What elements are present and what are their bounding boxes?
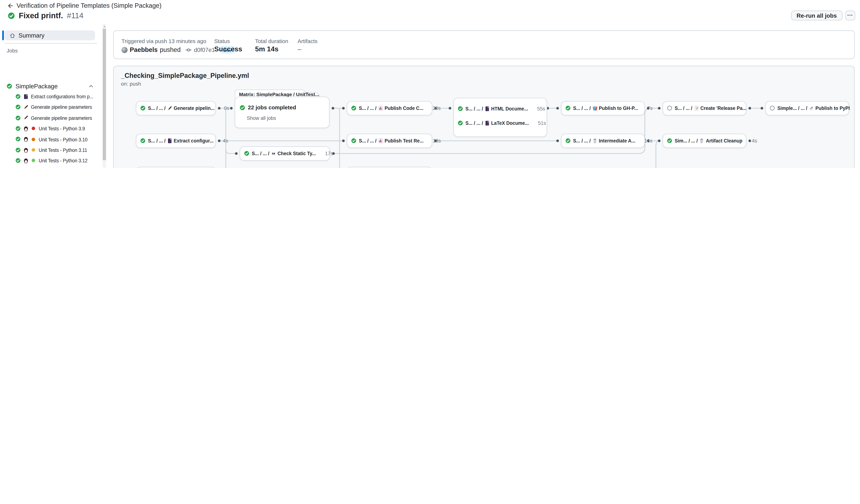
dot-yellow-icon xyxy=(31,147,36,153)
job-list: Extract configurations from p...Generate… xyxy=(0,91,103,168)
penguin-icon xyxy=(23,126,29,131)
sidebar-job-item[interactable]: Unit Tests - Python 3.9 xyxy=(0,123,103,134)
success-icon xyxy=(458,106,463,112)
workflow-run-page: Verification of Pipeline Templates (Simp… xyxy=(0,0,860,168)
penguin-icon xyxy=(23,136,29,142)
docs-group-node: S... / ... / HTML Docume...55s S... / ..… xyxy=(453,98,547,137)
sidebar-job-item[interactable]: Unit Tests - Python 3.11 xyxy=(0,144,103,155)
artifacts-value: – xyxy=(298,45,301,53)
breadcrumb-label[interactable]: Verification of Pipeline Templates (Simp… xyxy=(17,2,161,9)
run-success-icon xyxy=(8,12,15,19)
avatar[interactable] xyxy=(121,47,128,53)
commit-icon xyxy=(186,47,192,53)
success-icon xyxy=(351,106,357,111)
job-label: Generate pipeline parameters xyxy=(31,115,92,121)
root-job-label: SimplePackage xyxy=(15,83,58,89)
success-icon xyxy=(15,126,20,131)
rerun-all-jobs-button[interactable]: Re-run all jobs xyxy=(791,10,842,20)
back-arrow-icon[interactable] xyxy=(7,3,13,9)
success-icon xyxy=(565,138,571,144)
sidebar-item-simplepackage[interactable]: SimplePackage xyxy=(6,80,97,92)
matrix-tab-label: Matrix: SimplePackage / UnitTest... xyxy=(235,90,305,97)
node-label: S... / ... / Extract configur... xyxy=(148,138,213,144)
node-duration: 7s xyxy=(646,105,653,111)
success-icon xyxy=(15,158,20,163)
page-title: Fixed printf. xyxy=(19,11,63,20)
matrix-group-node[interactable]: 22 jobs completed Show all jobs xyxy=(235,97,330,128)
sidebar-job-item[interactable]: Unit Tests - Python 3.12 xyxy=(0,155,103,166)
graph-node-ghp[interactable]: S... / ... / Publish to GH-P...7s xyxy=(561,101,645,115)
dot-orange-icon xyxy=(31,137,36,142)
success-icon xyxy=(565,106,571,111)
success-icon xyxy=(15,147,20,153)
graph-node-pcode[interactable]: S... / ... / Publish Code C...20s xyxy=(347,101,432,115)
show-all-jobs-link[interactable]: Show all jobs xyxy=(247,115,276,121)
chevron-up-icon[interactable] xyxy=(88,83,94,89)
sidebar-job-item[interactable]: Extract configurations from p... xyxy=(0,91,103,102)
trigger-label: Triggered via push 13 minutes ago xyxy=(121,38,206,44)
graph-node-pkg[interactable]: S... / ... / Package in Sou...18s xyxy=(347,167,432,168)
sidebar-job-item[interactable]: Unit Tests - Python 3.13 xyxy=(0,166,103,168)
home-icon xyxy=(9,32,15,39)
job-label: Unit Tests - Python 3.9 xyxy=(39,126,85,132)
artifacts-label: Artifacts xyxy=(298,38,317,44)
workflow-graph-card: _Checking_SimplePackage_Pipeline.yml on:… xyxy=(113,66,855,168)
success-icon xyxy=(140,106,146,111)
scrollbar-thumb[interactable] xyxy=(102,29,106,160)
success-icon xyxy=(15,136,20,142)
graph-node-ac[interactable]: Sim... / ... / Artifact Cleanup4s xyxy=(662,134,746,148)
duration-label: Total duration xyxy=(255,38,288,44)
job-label: Unit Tests - Python 3.11 xyxy=(39,147,87,153)
graph-node-cstatic[interactable]: S... / ... / Check Static Ty...17s xyxy=(240,146,330,161)
graph-node-iac[interactable]: S... / ... / Intermediate A...16s xyxy=(561,134,645,148)
sidebar-scrollbar[interactable] xyxy=(102,24,106,168)
success-icon xyxy=(240,105,245,110)
divider xyxy=(4,43,97,44)
job-label: Unit Tests - Python 3.10 xyxy=(39,136,87,142)
success-icon xyxy=(667,138,672,144)
run-number: #114 xyxy=(67,11,83,20)
duration-value: 5m 14s xyxy=(255,45,278,53)
sidebar-item-summary[interactable]: Summary xyxy=(4,30,95,40)
sidebar-job-item[interactable]: Generate pipeline parameters xyxy=(0,113,103,123)
kebab-icon xyxy=(847,12,853,18)
success-icon xyxy=(244,151,249,156)
success-icon xyxy=(140,138,146,144)
graph-node-gen2[interactable]: S... / ... / Generate pipelin...0s xyxy=(136,167,216,168)
success-icon xyxy=(15,104,20,110)
more-options-button[interactable] xyxy=(845,10,855,20)
node-duration: 17s xyxy=(323,151,333,156)
sidebar-job-item[interactable]: Generate pipeline parameters xyxy=(0,102,103,113)
graph-node-html[interactable]: S... / ... / HTML Docume...55s xyxy=(454,102,547,116)
penguin-icon xyxy=(23,147,29,153)
book-icon xyxy=(23,94,29,99)
topbar: Verification of Pipeline Templates (Simp… xyxy=(0,0,860,24)
node-label: S... / ... / Publish Test Re... xyxy=(359,138,424,144)
graph-node-extract[interactable]: S... / ... / Extract configur...4s xyxy=(136,134,216,148)
status-label: Status xyxy=(214,38,230,44)
commit-sha[interactable]: d0f07e1 xyxy=(194,46,215,53)
graph-node-gen1[interactable]: S... / ... / Generate pipelin...0s xyxy=(136,101,216,115)
node-duration: 0s xyxy=(222,105,229,111)
graph-node-rel[interactable]: S... / ... / Create 'Release Pa... xyxy=(662,101,746,115)
graph-node-pypi[interactable]: Simple... / ... / Publish to PyPI xyxy=(765,101,849,115)
sidebar-job-item[interactable]: Unit Tests - Python 3.10 xyxy=(0,134,103,144)
pencil-icon xyxy=(23,115,29,120)
breadcrumb[interactable]: Verification of Pipeline Templates (Simp… xyxy=(7,2,161,9)
job-label: Unit Tests - Python 3.12 xyxy=(39,158,87,164)
node-duration: 13s xyxy=(431,138,441,144)
node-duration: 51s xyxy=(536,120,546,126)
node-duration: 20s xyxy=(431,105,441,111)
job-label: Generate pipeline parameters xyxy=(31,104,92,110)
graph-node-ptest[interactable]: S... / ... / Publish Test Re...13s xyxy=(347,134,432,148)
pencil-icon xyxy=(23,104,29,110)
success-icon xyxy=(6,83,12,89)
success-icon xyxy=(351,138,357,144)
node-duration: 4s xyxy=(750,138,757,144)
success-icon xyxy=(15,94,20,99)
active-indicator xyxy=(2,30,4,40)
graph-node-latex[interactable]: S... / ... / LaTeX Docume...51s xyxy=(454,116,547,130)
node-label: S... / ... / HTML Docume... xyxy=(465,106,528,112)
actor-name[interactable]: Paebbels xyxy=(130,46,158,53)
node-duration: 16s xyxy=(643,138,653,144)
